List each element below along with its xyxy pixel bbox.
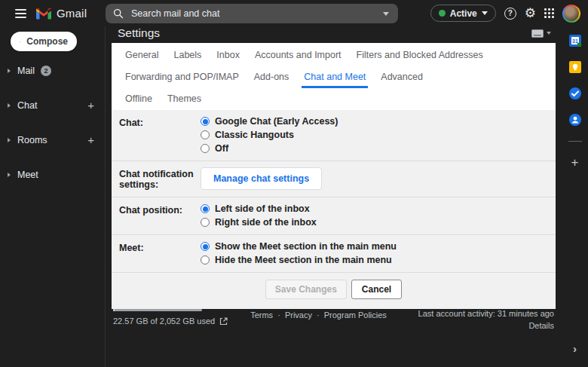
top-bar: Gmail Search mail and chat Active ? ⚙ — [0, 0, 588, 26]
last-account-activity-text: Last account activity: 31 minutes ago — [396, 309, 554, 318]
collapse-panel-chevron-icon[interactable]: › — [573, 342, 577, 355]
sidebar-item-chat[interactable]: Chat + — [0, 96, 105, 114]
search-bar[interactable]: Search mail and chat — [106, 4, 398, 23]
rail-divider — [568, 141, 582, 142]
setting-label: Chat position: — [112, 203, 201, 228]
side-panel-rail: 31 + › — [562, 26, 588, 367]
keyboard-icon — [531, 29, 544, 38]
radio-icon[interactable] — [201, 144, 210, 153]
main-content: Settings General Labels Inbox Accounts a… — [106, 26, 562, 367]
input-tools-selector[interactable] — [531, 29, 551, 38]
program-policies-link[interactable]: Program Policies — [324, 310, 387, 320]
tab-themes[interactable]: Themes — [165, 88, 204, 110]
status-dot-icon — [439, 10, 446, 17]
tab-labels[interactable]: Labels — [171, 44, 204, 66]
app-title: Gmail — [57, 7, 87, 20]
status-label: Active — [450, 8, 477, 19]
setting-label: Chat: — [112, 116, 201, 154]
radio-option-show-meet[interactable]: Show the Meet section in the main menu — [201, 241, 397, 252]
radio-selected-icon[interactable] — [201, 117, 210, 126]
terms-link[interactable]: Terms — [250, 310, 273, 320]
sidebar-item-mail[interactable]: Mail 2 — [0, 62, 105, 79]
tab-forwarding-and-pop-imap[interactable]: Forwarding and POP/IMAP — [123, 66, 241, 88]
tab-add-ons[interactable]: Add-ons — [252, 66, 292, 88]
compose-button[interactable]: Compose — [11, 32, 77, 51]
page-title: Settings — [118, 26, 160, 40]
radio-option-google-chat[interactable]: Google Chat (Early Access) — [201, 116, 338, 127]
radio-option-chat-off[interactable]: Off — [201, 143, 338, 154]
expand-chevron-icon[interactable] — [8, 173, 11, 177]
setting-label: Meet: — [112, 241, 201, 265]
cancel-button[interactable]: Cancel — [351, 280, 402, 299]
google-apps-icon[interactable] — [544, 8, 554, 18]
radio-selected-icon[interactable] — [201, 242, 210, 251]
setting-row-chat: Chat: Google Chat (Early Access) Classic… — [112, 110, 556, 161]
radio-selected-icon[interactable] — [201, 204, 210, 213]
main-menu-icon[interactable] — [9, 2, 32, 25]
search-icon — [113, 8, 124, 19]
compose-plus-icon — [20, 36, 20, 47]
compose-label: Compose — [26, 36, 68, 47]
radio-icon[interactable] — [201, 218, 210, 227]
left-sidebar: Compose Mail 2 Chat + Rooms + Meet — [0, 26, 106, 367]
input-tools-chevron-icon — [547, 32, 551, 35]
settings-gear-icon[interactable]: ⚙ — [525, 7, 536, 20]
expand-chevron-icon[interactable] — [8, 69, 11, 73]
external-link-icon[interactable] — [219, 317, 228, 326]
status-chevron-icon — [482, 11, 488, 15]
add-room-icon[interactable]: + — [87, 133, 94, 146]
radio-option-classic-hangouts[interactable]: Classic Hangouts — [201, 130, 338, 140]
tasks-icon[interactable] — [568, 87, 582, 100]
radio-option-hide-meet[interactable]: Hide the Meet section in the main menu — [201, 255, 397, 265]
save-changes-button[interactable]: Save Changes — [265, 280, 347, 299]
search-options-chevron-icon[interactable] — [383, 12, 389, 16]
help-icon[interactable]: ? — [504, 8, 516, 20]
sidebar-item-meet[interactable]: Meet — [0, 166, 105, 183]
footer: 22.57 GB of 2,052 GB used Terms · Privac… — [113, 309, 554, 330]
tab-chat-and-meet[interactable]: Chat and Meet — [302, 66, 368, 88]
radio-option-right-side[interactable]: Right side of the inbox — [201, 217, 317, 228]
storage-usage-text: 22.57 GB of 2,052 GB used — [113, 317, 215, 326]
expand-chevron-icon[interactable] — [8, 103, 11, 108]
tab-advanced[interactable]: Advanced — [378, 66, 425, 88]
details-link[interactable]: Details — [396, 321, 554, 330]
manage-chat-settings-button[interactable]: Manage chat settings — [201, 167, 322, 190]
search-input[interactable]: Search mail and chat — [131, 8, 383, 19]
expand-chevron-icon[interactable] — [8, 138, 11, 142]
tab-inbox[interactable]: Inbox — [214, 44, 242, 66]
calendar-icon[interactable]: 31 — [568, 34, 582, 47]
setting-label: Chat notification settings: — [112, 167, 201, 190]
tab-filters-and-blocked-addresses[interactable]: Filters and Blocked Addresses — [354, 44, 485, 66]
settings-card: General Labels Inbox Accounts and Import… — [112, 43, 556, 309]
settings-tabs: General Labels Inbox Accounts and Import… — [112, 43, 556, 110]
privacy-link[interactable]: Privacy — [285, 310, 312, 320]
status-selector[interactable]: Active — [430, 5, 496, 22]
tab-accounts-and-import[interactable]: Accounts and Import — [253, 44, 344, 66]
gmail-logo-icon — [36, 8, 51, 20]
tab-offline[interactable]: Offline — [123, 88, 155, 110]
unread-badge: 2 — [41, 66, 51, 76]
add-chat-icon[interactable]: + — [87, 99, 94, 112]
svg-text:31: 31 — [572, 38, 578, 44]
radio-icon[interactable] — [201, 255, 210, 265]
keep-icon[interactable] — [568, 60, 582, 74]
get-add-ons-icon[interactable]: + — [571, 156, 579, 169]
storage-progress-bar — [113, 309, 202, 311]
sidebar-item-rooms[interactable]: Rooms + — [0, 131, 105, 148]
setting-row-chat-notifications: Chat notification settings: Manage chat … — [112, 161, 556, 197]
account-avatar[interactable] — [562, 5, 580, 23]
radio-option-left-side[interactable]: Left side of the inbox — [201, 203, 317, 214]
contacts-icon[interactable] — [568, 113, 582, 127]
tab-general[interactable]: General — [123, 44, 161, 66]
setting-row-meet: Meet: Show the Meet section in the main … — [112, 235, 556, 273]
setting-row-chat-position: Chat position: Left side of the inbox Ri… — [112, 197, 556, 235]
radio-icon[interactable] — [201, 130, 210, 139]
